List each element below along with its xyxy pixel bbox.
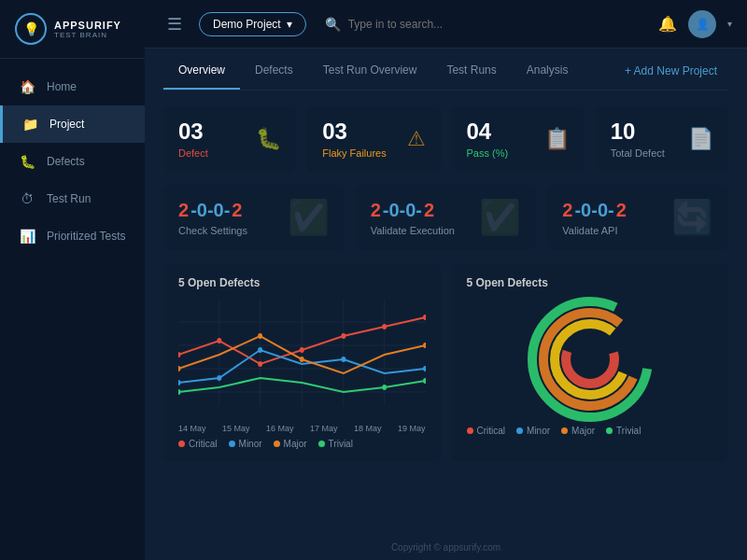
- bell-icon[interactable]: 🔔: [658, 15, 677, 33]
- svg-point-10: [217, 338, 221, 343]
- tab-testrun-overview[interactable]: Test Run Overview: [308, 52, 432, 90]
- metric-card-check: 2 -0-0- 2 Check Settings ✅: [163, 185, 345, 250]
- stat-flaky-label: Flaky Failures: [322, 147, 386, 159]
- sidebar-item-defects[interactable]: 🐛 Defects: [0, 143, 145, 180]
- minor-dot: [229, 441, 235, 447]
- x-label-5: 19 May: [398, 424, 426, 433]
- tabs: Overview Defects Test Run Overview Test …: [163, 49, 728, 91]
- search-input[interactable]: [348, 18, 516, 31]
- prioritized-icon: 📊: [19, 228, 35, 245]
- donut-critical-dot: [467, 427, 473, 434]
- stat-card-flaky: 03 Flaky Failures ⚠: [307, 105, 440, 172]
- critical-dot: [178, 441, 185, 447]
- tab-test-runs[interactable]: Test Runs: [431, 52, 511, 90]
- metric-api-score: 2 -0-0- 2: [562, 200, 626, 221]
- x-label-1: 15 May: [222, 424, 250, 433]
- legend-major: Major: [274, 439, 307, 449]
- metric-check-score: 2 -0-0- 2: [178, 200, 247, 221]
- logo-title: APPSURIFY: [54, 20, 121, 31]
- sidebar-item-prioritized[interactable]: 📊 Prioritized Tests: [0, 217, 145, 255]
- svg-point-19: [341, 357, 345, 362]
- legend-minor: Minor: [229, 439, 262, 449]
- tab-overview[interactable]: Overview: [163, 52, 240, 90]
- donut-major-dot: [561, 427, 568, 434]
- sidebar-item-prioritized-label: Prioritized Tests: [47, 230, 125, 243]
- stat-total-num: 10: [611, 119, 665, 145]
- project-icon: 📁: [21, 116, 38, 133]
- svg-point-12: [300, 347, 304, 353]
- donut-legend-critical: Critical: [467, 426, 506, 436]
- trivial-dot: [318, 441, 325, 447]
- sidebar-logo: 💡 APPSURIFY TEST BRAIN: [0, 0, 145, 59]
- svg-point-22: [258, 333, 262, 339]
- logo-sub: TEST BRAIN: [54, 31, 121, 39]
- metric-card-api: 2 -0-0- 2 Validate API 🔄: [547, 185, 728, 250]
- x-label-2: 16 May: [266, 424, 294, 433]
- donut-legend-trivial: Trivial: [606, 426, 641, 436]
- logo-icon: 💡: [15, 13, 47, 45]
- donut-legend-minor: Minor: [516, 426, 550, 436]
- hamburger-button[interactable]: ☰: [160, 10, 190, 38]
- x-label-4: 18 May: [354, 424, 382, 433]
- validate-exec-icon: ✅: [479, 198, 521, 237]
- svg-point-15: [423, 315, 425, 320]
- svg-point-17: [217, 375, 221, 381]
- sidebar-item-testrun[interactable]: ⏱ Test Run: [0, 180, 145, 217]
- svg-point-16: [178, 380, 180, 385]
- tab-analysis[interactable]: Analysis: [512, 52, 584, 90]
- chart-x-labels: 14 May 15 May 16 May 17 May 18 May 19 Ma…: [178, 424, 426, 433]
- donut-chart-title: 5 Open Defects: [467, 276, 714, 289]
- logo-text: APPSURIFY TEST BRAIN: [54, 20, 121, 39]
- svg-point-13: [341, 333, 345, 339]
- svg-point-9: [178, 352, 180, 357]
- legend-critical: Critical: [178, 439, 218, 449]
- metric-check-label: Check Settings: [178, 225, 247, 236]
- main: ☰ Demo Project ▾ 🔍 🔔 👤 ▾ Overview Defect…: [145, 0, 747, 560]
- donut-trivial-dot: [606, 427, 613, 434]
- stat-total-label: Total Defect: [611, 147, 665, 159]
- sidebar-item-project-label: Project: [49, 118, 84, 131]
- stat-pass-label: Pass (%): [467, 147, 509, 159]
- svg-point-31: [566, 335, 614, 384]
- line-chart-title: 5 Open Defects: [178, 276, 426, 289]
- metric-validate-label: Validate Execution: [371, 225, 455, 236]
- project-selector[interactable]: Demo Project ▾: [199, 12, 306, 36]
- x-label-3: 17 May: [310, 424, 338, 433]
- home-icon: 🏠: [19, 78, 35, 95]
- avatar-chevron: ▾: [727, 19, 732, 29]
- stat-card-defect: 03 Defect 🐛: [163, 105, 296, 172]
- donut-minor-dot: [516, 427, 523, 434]
- sidebar-item-defects-label: Defects: [47, 155, 85, 168]
- minor-label: Minor: [239, 439, 262, 449]
- svg-point-26: [382, 385, 387, 390]
- search-icon: 🔍: [325, 17, 341, 32]
- project-selector-label: Demo Project: [213, 18, 281, 31]
- metric-validate-score: 2 -0-0- 2: [371, 200, 455, 221]
- stats-row: 03 Defect 🐛 03 Flaky Failures ⚠ 04 Pass: [163, 105, 728, 172]
- svg-point-24: [423, 343, 425, 348]
- metric-api-label: Validate API: [562, 225, 626, 236]
- add-project-button[interactable]: + Add New Project: [613, 59, 728, 83]
- major-dot: [274, 441, 280, 447]
- sidebar: 💡 APPSURIFY TEST BRAIN 🏠 Home 📁 Project …: [0, 0, 145, 560]
- svg-point-23: [300, 357, 304, 362]
- defects-icon: 🐛: [19, 153, 35, 170]
- tab-defects[interactable]: Defects: [240, 52, 308, 90]
- donut-major-label: Major: [571, 426, 595, 436]
- svg-point-27: [423, 378, 425, 384]
- chevron-down-icon: ▾: [287, 18, 292, 31]
- donut-chart-card: 5 Open Defects: [452, 263, 729, 462]
- donut-critical-label: Critical: [477, 426, 506, 436]
- sidebar-item-project[interactable]: 📁 Project: [0, 105, 145, 143]
- sidebar-item-testrun-label: Test Run: [47, 192, 91, 205]
- major-label: Major: [284, 439, 307, 449]
- svg-point-28: [532, 301, 648, 417]
- donut-minor-label: Minor: [527, 426, 550, 436]
- document-icon: 📄: [688, 127, 713, 151]
- avatar[interactable]: 👤: [688, 10, 716, 38]
- stat-card-pass: 04 Pass (%) 📋: [452, 105, 585, 172]
- footer-text: Copyright © appsurify.com: [391, 542, 500, 553]
- svg-point-18: [258, 347, 262, 353]
- sidebar-item-home[interactable]: 🏠 Home: [0, 68, 145, 105]
- content: Overview Defects Test Run Overview Test …: [145, 49, 747, 535]
